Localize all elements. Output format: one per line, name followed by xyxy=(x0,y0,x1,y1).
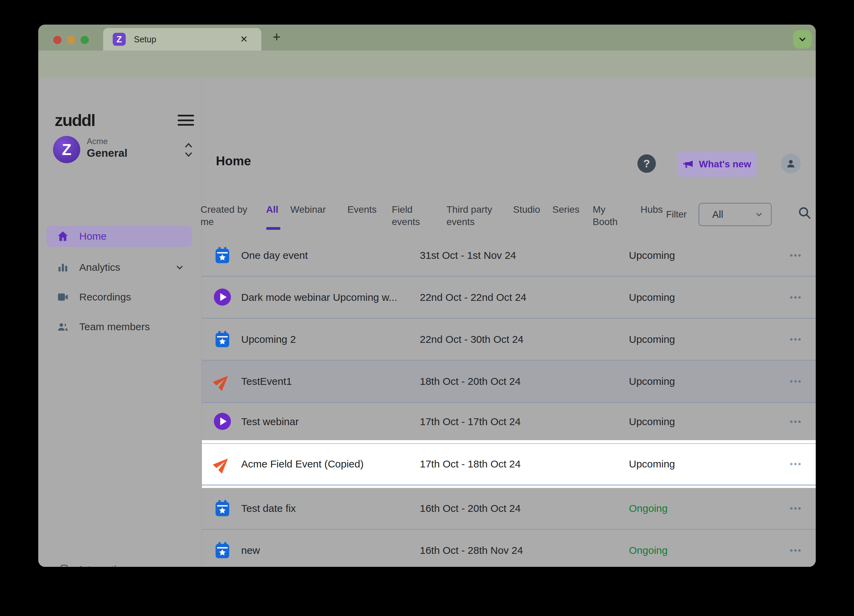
event-status: Upcoming xyxy=(629,249,675,261)
search-icon[interactable] xyxy=(797,205,812,220)
active-tab-underline xyxy=(266,227,281,230)
tab-search-button[interactable] xyxy=(793,30,812,49)
page-title: Home xyxy=(216,154,251,168)
event-name[interactable]: Acme Field Event (Copied) xyxy=(241,458,363,470)
chevron-down-icon xyxy=(755,210,764,219)
sidebar-item-analytics[interactable]: Analytics xyxy=(46,257,192,278)
more-options-icon[interactable] xyxy=(790,463,801,465)
browser-window: Z Setup ✕ + setup.z xyxy=(38,24,816,567)
event-dates: 17th Oct - 17th Oct 24 xyxy=(420,416,521,427)
tab-all[interactable]: All xyxy=(266,204,278,216)
new-tab-button[interactable]: + xyxy=(269,29,284,44)
filter-dropdown[interactable]: All xyxy=(698,203,772,226)
tab-third-party-events[interactable]: Third party events xyxy=(447,204,498,228)
org-switcher-chevrons-icon[interactable] xyxy=(183,139,194,160)
org-workspace-label: General xyxy=(87,147,127,160)
chevron-down-icon xyxy=(798,35,807,44)
sidebar-item-team-members[interactable]: Team members xyxy=(46,316,192,338)
tab-events[interactable]: Events xyxy=(348,204,377,216)
sidebar-item-integrations[interactable]: Integrations xyxy=(46,559,192,567)
home-icon xyxy=(57,230,69,242)
sidebar-item-label: Analytics xyxy=(79,262,120,273)
more-options-icon[interactable] xyxy=(790,380,801,383)
recordings-icon xyxy=(57,291,69,303)
event-name[interactable]: Dark mode webinar Upcoming w... xyxy=(241,292,397,303)
event-name[interactable]: new xyxy=(241,545,260,556)
sidebar-item-label: Team members xyxy=(79,321,150,333)
more-options-icon[interactable] xyxy=(790,296,801,298)
more-options-icon[interactable] xyxy=(790,254,801,256)
more-options-icon[interactable] xyxy=(790,507,801,510)
calendar-event-icon xyxy=(214,541,231,559)
event-dates: 17th Oct - 18th Oct 24 xyxy=(420,458,521,470)
event-status: Upcoming xyxy=(629,458,675,470)
sidebar-item-recordings[interactable]: Recordings xyxy=(46,286,192,308)
tab-studio[interactable]: Studio xyxy=(513,204,540,216)
calendar-event-icon xyxy=(214,500,231,517)
tab-field-events[interactable]: Field events xyxy=(392,204,426,228)
event-name[interactable]: One day event xyxy=(241,249,308,261)
org-badge[interactable]: Z xyxy=(53,136,80,163)
chevron-down-icon[interactable] xyxy=(175,263,185,272)
event-row[interactable]: Upcoming 2 22nd Oct - 30th Oct 24 Upcomi… xyxy=(202,319,816,360)
more-options-icon[interactable] xyxy=(790,549,801,551)
event-status: Upcoming xyxy=(629,416,675,427)
event-dates: 22nd Oct - 22nd Oct 24 xyxy=(420,292,526,303)
person-icon xyxy=(785,157,797,170)
browser-tabstrip: Z Setup ✕ + xyxy=(38,24,816,50)
more-options-icon[interactable] xyxy=(790,338,801,341)
event-row[interactable]: One day event 31st Oct - 1st Nov 24 Upco… xyxy=(202,234,816,277)
event-status: Upcoming xyxy=(629,292,675,303)
event-row-highlighted[interactable]: Acme Field Event (Copied) 17th Oct - 18t… xyxy=(202,440,816,488)
user-avatar[interactable] xyxy=(781,154,801,173)
event-status: Ongoing xyxy=(629,545,668,556)
event-dates: 18th Oct - 20th Oct 24 xyxy=(420,376,521,387)
webinar-play-icon xyxy=(214,289,231,306)
maximize-window-button[interactable] xyxy=(81,36,89,44)
team-icon xyxy=(57,321,69,333)
whats-new-button[interactable]: What's new xyxy=(677,152,756,177)
event-row[interactable]: Dark mode webinar Upcoming w... 22nd Oct… xyxy=(202,277,816,319)
help-button[interactable]: ? xyxy=(637,154,656,173)
tab-hubs[interactable]: Hubs xyxy=(640,204,663,216)
minimize-window-button[interactable] xyxy=(67,36,75,44)
whats-new-label: What's new xyxy=(699,159,751,170)
sidebar-item-label: Integrations xyxy=(79,564,133,567)
browser-tab-setup[interactable]: Z Setup ✕ xyxy=(103,28,261,50)
filter-label: Filter xyxy=(666,209,686,220)
event-row[interactable]: Test date fix 16th Oct - 20th Oct 24 Ong… xyxy=(202,488,816,529)
tab-created-by-me[interactable]: Created by me xyxy=(201,204,252,228)
highlight-bottom-border xyxy=(202,485,816,485)
calendar-event-icon xyxy=(214,246,231,264)
event-dates: 16th Oct - 28th Nov 24 xyxy=(420,545,523,556)
integrations-icon xyxy=(57,563,69,567)
event-dates: 16th Oct - 20th Oct 24 xyxy=(420,503,521,514)
event-row[interactable]: Test webinar 17th Oct - 17th Oct 24 Upco… xyxy=(202,403,816,440)
org-account-label: Acme xyxy=(87,137,108,146)
sidebar-item-home[interactable]: Home xyxy=(46,226,192,247)
field-event-plane-icon xyxy=(214,373,231,390)
webinar-play-icon xyxy=(214,413,231,430)
tab-series[interactable]: Series xyxy=(552,204,580,216)
tab-my-booth[interactable]: My Booth xyxy=(593,204,624,228)
traffic-lights xyxy=(53,36,89,44)
event-row[interactable]: TestEvent1 18th Oct - 20th Oct 24 Upcomi… xyxy=(202,360,816,403)
zuddl-favicon: Z xyxy=(113,33,126,46)
field-event-plane-icon xyxy=(214,455,231,473)
event-name[interactable]: Upcoming 2 xyxy=(241,334,296,345)
event-status: Upcoming xyxy=(629,376,675,387)
event-name[interactable]: TestEvent1 xyxy=(241,376,292,387)
event-name[interactable]: Test webinar xyxy=(241,416,299,427)
more-options-icon[interactable] xyxy=(790,420,801,423)
tab-close-icon[interactable]: ✕ xyxy=(238,33,250,46)
zuddl-app: zuddl Z Acme General Home Analytics xyxy=(38,78,816,567)
event-name[interactable]: Test date fix xyxy=(241,503,296,514)
calendar-event-icon xyxy=(214,330,231,348)
hamburger-menu-icon[interactable] xyxy=(178,113,194,127)
sidebar-item-label: Recordings xyxy=(79,291,131,303)
event-row[interactable]: new 16th Oct - 28th Nov 24 Ongoing xyxy=(202,529,816,567)
tab-webinar[interactable]: Webinar xyxy=(290,204,326,216)
highlight-top-border xyxy=(202,443,816,444)
close-window-button[interactable] xyxy=(53,36,61,44)
event-dates: 22nd Oct - 30th Oct 24 xyxy=(420,334,524,345)
